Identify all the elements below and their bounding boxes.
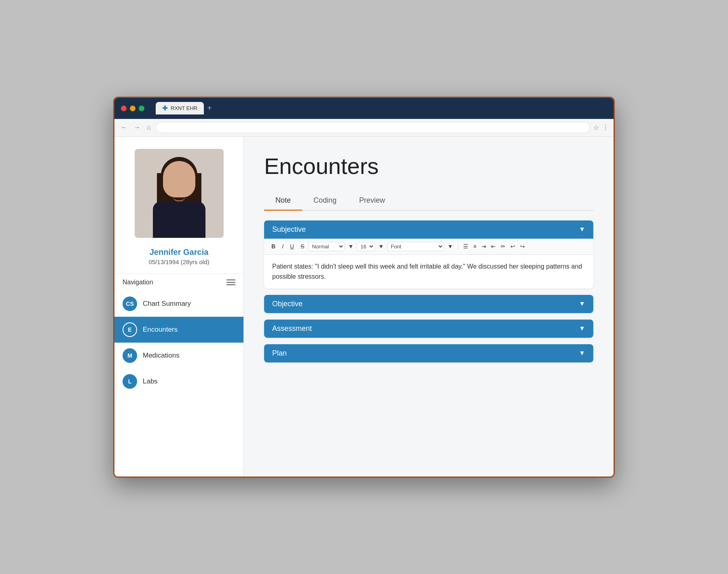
hamburger-menu[interactable] — [226, 280, 235, 285]
style-select[interactable]: Normal Heading 1 Heading 2 — [308, 242, 345, 251]
navigation-label: Navigation — [123, 279, 153, 286]
tab-note[interactable]: Note — [264, 191, 302, 211]
subjective-text: Patient states: "I didn't sleep well thi… — [272, 263, 582, 280]
nav-header: Navigation — [114, 273, 243, 291]
browser-menu-icon[interactable]: ⋮ — [602, 124, 609, 131]
plan-section: Plan ▼ — [264, 344, 593, 362]
main-content: Encounters Note Coding Preview Subjectiv… — [244, 137, 614, 477]
style-dropdown-arrow[interactable]: ▼ — [346, 242, 355, 251]
close-button[interactable] — [121, 106, 127, 111]
assessment-section: Assessment ▼ — [264, 320, 593, 338]
encounters-badge: E — [123, 322, 137, 337]
new-tab-button[interactable]: + — [207, 104, 212, 113]
patient-name: Jennifer Garcia — [114, 244, 243, 258]
medications-label: Medications — [143, 352, 180, 360]
back-button[interactable]: ← — [119, 122, 129, 133]
browser-tab[interactable]: ✚ RXNT EHR — [156, 102, 204, 114]
traffic-lights — [121, 106, 144, 111]
indent-icon[interactable]: ⇥ — [480, 242, 488, 251]
subjective-header[interactable]: Subjective ▼ — [264, 220, 593, 239]
editor-toolbar: B I U S Normal Heading 1 Heading 2 ▼ 16 … — [264, 239, 593, 255]
hamburger-line-3 — [226, 284, 235, 285]
size-dropdown-arrow[interactable]: ▼ — [377, 242, 385, 251]
sidebar-item-chart-summary[interactable]: CS Chart Summary — [114, 291, 243, 317]
plan-chevron: ▼ — [579, 349, 585, 357]
address-bar[interactable] — [156, 122, 590, 133]
browser-window: ✚ RXNT EHR + ← → ⌂ ☆ ⋮ — [113, 97, 615, 478]
plan-header[interactable]: Plan ▼ — [264, 344, 593, 362]
person-body — [153, 201, 205, 238]
home-button[interactable]: ⌂ — [145, 122, 152, 133]
hamburger-line-1 — [226, 280, 235, 280]
browser-navbar: ← → ⌂ ☆ ⋮ — [114, 119, 614, 137]
font-select[interactable]: Font Arial Times New Roman — [387, 242, 444, 251]
chart-summary-badge: CS — [123, 297, 137, 311]
hamburger-line-2 — [226, 282, 235, 283]
encounters-label: Encounters — [143, 326, 178, 334]
pencil-icon[interactable]: ✏ — [499, 242, 507, 251]
patient-silhouette — [135, 149, 224, 238]
assessment-header[interactable]: Assessment ▼ — [264, 320, 593, 338]
font-dropdown-arrow[interactable]: ▼ — [446, 242, 455, 251]
patient-photo — [135, 149, 224, 238]
strikethrough-button[interactable]: S — [298, 242, 307, 251]
size-select[interactable]: 16 12 14 18 20 — [357, 242, 375, 251]
unordered-list-icon[interactable]: ☰ — [461, 242, 470, 251]
underline-button[interactable]: U — [288, 242, 296, 251]
subjective-section: Subjective ▼ B I U S Normal Heading 1 He… — [264, 220, 593, 288]
bookmark-icon[interactable]: ☆ — [593, 124, 599, 131]
tab-preview[interactable]: Preview — [348, 191, 396, 211]
plan-title: Plan — [272, 349, 287, 358]
rxnt-icon: ✚ — [162, 104, 167, 112]
tabs: Note Coding Preview — [264, 191, 593, 211]
subjective-chevron: ▼ — [579, 226, 585, 233]
assessment-title: Assessment — [272, 324, 312, 333]
chart-summary-label: Chart Summary — [143, 300, 191, 308]
patient-photo-area — [114, 137, 243, 244]
page-title: Encounters — [264, 153, 593, 179]
toolbar-separator-1 — [458, 243, 458, 250]
tab-label: RXNT EHR — [171, 105, 197, 111]
person-head — [163, 161, 195, 197]
forward-button[interactable]: → — [132, 122, 142, 133]
tab-area: ✚ RXNT EHR + — [156, 102, 212, 114]
nav-right-icons: ☆ ⋮ — [593, 124, 609, 131]
browser-content: Jennifer Garcia 05/13/1994 (28yrs old) N… — [114, 137, 614, 477]
sidebar-item-encounters[interactable]: E Encounters — [114, 317, 243, 343]
redo-icon[interactable]: ↪ — [518, 242, 527, 251]
subjective-content[interactable]: Patient states: "I didn't sleep well thi… — [264, 255, 593, 288]
labs-label: Labs — [143, 377, 158, 385]
outdent-icon[interactable]: ⇤ — [489, 242, 497, 251]
assessment-chevron: ▼ — [579, 325, 585, 332]
ordered-list-icon[interactable]: ≡ — [472, 242, 478, 251]
subjective-title: Subjective — [272, 225, 306, 234]
objective-title: Objective — [272, 300, 303, 308]
sidebar: Jennifer Garcia 05/13/1994 (28yrs old) N… — [114, 137, 244, 477]
browser-titlebar: ✚ RXNT EHR + — [114, 98, 614, 119]
undo-icon[interactable]: ↩ — [509, 242, 517, 251]
maximize-button[interactable] — [139, 106, 144, 111]
objective-header[interactable]: Objective ▼ — [264, 295, 593, 313]
sidebar-item-labs[interactable]: L Labs — [114, 369, 243, 394]
objective-section: Objective ▼ — [264, 295, 593, 313]
bold-button[interactable]: B — [269, 242, 278, 251]
minimize-button[interactable] — [130, 106, 135, 111]
medications-badge: M — [123, 348, 137, 363]
tab-coding[interactable]: Coding — [302, 191, 348, 211]
italic-button[interactable]: I — [279, 242, 286, 251]
sidebar-item-medications[interactable]: M Medications — [114, 343, 243, 369]
objective-chevron: ▼ — [579, 300, 585, 307]
patient-dob: 05/13/1994 (28yrs old) — [114, 258, 243, 273]
labs-badge: L — [123, 374, 137, 389]
